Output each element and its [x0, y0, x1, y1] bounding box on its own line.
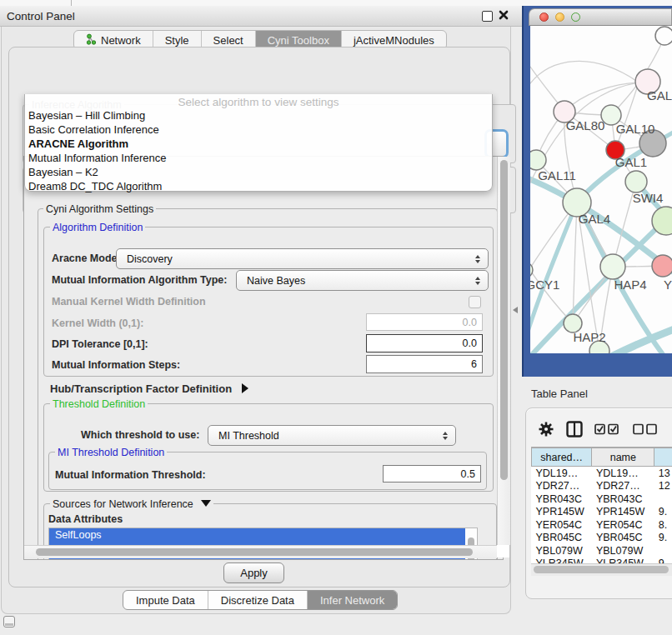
network-window-titlebar[interactable]	[529, 8, 672, 26]
tab-label: Cyni Toolbox	[268, 34, 329, 47]
mi-algorithm-type-value: Naive Bayes	[247, 275, 305, 287]
which-threshold-value: MI Threshold	[218, 430, 279, 442]
table-panel-title: Table Panel	[531, 388, 588, 400]
tab-discretize-data[interactable]: Discretize Data	[208, 591, 308, 609]
node-label: GCY1	[530, 278, 559, 292]
table-cell: YDL19…	[532, 467, 592, 480]
tab-label: Style	[165, 34, 189, 47]
gear-icon[interactable]	[538, 421, 554, 441]
tab-label: Network	[101, 34, 141, 47]
mi-threshold-label: Mutual Information Threshold:	[55, 469, 206, 481]
kernel-width-label: Kernel Width (0,1):	[52, 318, 143, 329]
network-icon	[86, 33, 97, 48]
algorithm-option[interactable]: ARACNE Algorithm	[25, 137, 492, 151]
close-traffic-light-icon[interactable]	[539, 12, 549, 22]
table-panel: shared…nameAYDL19…YDL19…13YDR27…YDR27…12…	[525, 408, 672, 599]
table-cell: 12	[654, 480, 672, 493]
column-layout-icon[interactable]	[566, 421, 583, 441]
aracne-mode-label: Aracne Mode:	[52, 252, 121, 264]
tab-label: Select	[213, 34, 243, 47]
attribute-item[interactable]: SelfLoops	[49, 528, 477, 543]
table-cell: YDR27…	[532, 480, 592, 493]
network-node[interactable]	[625, 171, 647, 192]
spinner-arrows-icon	[475, 255, 481, 263]
node-label: Y	[664, 278, 672, 292]
table-row[interactable]: YBR043CYBR043C	[532, 492, 672, 506]
table-row[interactable]: YBR045CYBR045C9.	[532, 532, 672, 545]
table-row[interactable]: YDR27…YDR27…12	[532, 480, 672, 493]
table-cell: 9.	[654, 506, 672, 519]
spinner-arrows-icon	[443, 432, 449, 440]
node-label: GAL4	[579, 212, 610, 226]
table-cell: YDL19…	[592, 467, 654, 480]
manual-kernel-width-checkbox[interactable]	[469, 296, 481, 308]
algorithm-option[interactable]: Mutual Information Inference	[25, 151, 492, 165]
network-node[interactable]	[655, 27, 672, 45]
column-header[interactable]: A	[654, 448, 672, 467]
splitter-grip-icon[interactable]	[513, 307, 518, 313]
sources-group-title[interactable]: Sources for Network Inference	[50, 498, 213, 510]
algorithm-option[interactable]: Bayesian – Hill Climbing	[25, 108, 492, 122]
column-header[interactable]: shared…	[532, 448, 592, 467]
unchecked-columns-icon[interactable]	[633, 423, 659, 438]
dock-panel-icon[interactable]	[3, 616, 15, 628]
algorithm-option[interactable]: Dream8 DC_TDC Algorithm	[25, 179, 492, 193]
node-table[interactable]: shared…nameAYDL19…YDL19…13YDR27…YDR27…12…	[531, 447, 672, 564]
which-threshold-combobox[interactable]: MI Threshold	[208, 425, 456, 446]
table-cell: YDR27…	[592, 480, 654, 493]
table-cell: YBR045C	[532, 532, 592, 545]
minimize-traffic-light-icon[interactable]	[555, 12, 564, 22]
network-edge[interactable]	[530, 61, 639, 83]
table-cell: YER054C	[592, 518, 654, 532]
network-view-canvas[interactable]: GALGAL80GAL10GAL1GAL11SWI4GAL4GCY1HAP4YH…	[530, 26, 672, 353]
cyni-algorithm-settings-title: Cyni Algorithm Settings	[43, 203, 156, 215]
kernel-width-field[interactable]	[366, 313, 483, 331]
network-node[interactable]	[652, 255, 672, 277]
control-panel-title: Control Panel	[7, 10, 75, 22]
node-label: HAP4	[614, 278, 646, 292]
tab-label: jActiveMNodules	[354, 34, 434, 47]
table-row[interactable]: YDL19…YDL19…13	[532, 467, 672, 480]
data-attributes-label: Data Attributes	[48, 513, 123, 525]
checked-columns-icon[interactable]	[594, 423, 621, 438]
aracne-mode-combobox[interactable]: Discovery	[116, 248, 489, 269]
table-cell: YBR043C	[532, 492, 592, 506]
dpi-tolerance-field[interactable]	[366, 334, 483, 352]
popup-placeholder: Select algorithm to view settings	[25, 96, 492, 108]
mi-algorithm-type-label: Mutual Information Algorithm Type:	[52, 274, 227, 286]
apply-button[interactable]: Apply	[223, 562, 284, 583]
hub-definition-toggle[interactable]: Hub/Transcription Factor Definition	[50, 382, 248, 395]
threshold-definition-title: Threshold Definition	[50, 398, 148, 410]
node-label: GAL	[647, 88, 672, 102]
network-node[interactable]	[600, 254, 625, 279]
algorithm-dropdown-popup: Select algorithm to view settings Bayesi…	[24, 94, 493, 192]
zoom-traffic-light-icon[interactable]	[571, 12, 580, 22]
table-row[interactable]: YPR145WYPR145W9.	[532, 506, 672, 519]
settings-vertical-scrollbar[interactable]	[497, 157, 510, 545]
mi-threshold-field[interactable]	[383, 465, 481, 482]
table-cell: 8.	[654, 518, 672, 532]
node-label: GAL11	[538, 168, 576, 182]
close-icon[interactable]	[498, 9, 509, 21]
table-cell: YPR145W	[592, 506, 654, 519]
column-header[interactable]: name	[592, 448, 654, 467]
hub-definition-label: Hub/Transcription Factor Definition	[50, 382, 232, 395]
table-row[interactable]: YBL079WYBL079W	[532, 544, 672, 558]
mi-algorithm-type-combobox[interactable]: Naive Bayes	[236, 270, 489, 291]
collapsed-arrow-icon	[242, 383, 248, 393]
mi-steps-field[interactable]	[366, 355, 483, 373]
float-window-icon[interactable]	[482, 11, 493, 22]
table-cell	[654, 544, 672, 558]
table-row[interactable]: YER054CYER054C8.	[532, 518, 672, 532]
tab-impute-data[interactable]: Impute Data	[123, 591, 208, 609]
table-horizontal-scrollbar[interactable]	[531, 563, 672, 576]
algorithm-option[interactable]: Basic Correlation Inference	[25, 122, 492, 137]
tab-infer-network[interactable]: Infer Network	[308, 591, 397, 609]
settings-horizontal-scrollbar[interactable]	[24, 545, 497, 558]
table-toolbar	[531, 415, 672, 447]
algorithm-option[interactable]: Bayesian – K2	[25, 165, 492, 179]
network-node[interactable]	[530, 150, 546, 170]
table-cell: YBL079W	[592, 544, 654, 558]
node-label: GAL80	[566, 118, 605, 132]
scrollbar-corner	[497, 545, 509, 558]
